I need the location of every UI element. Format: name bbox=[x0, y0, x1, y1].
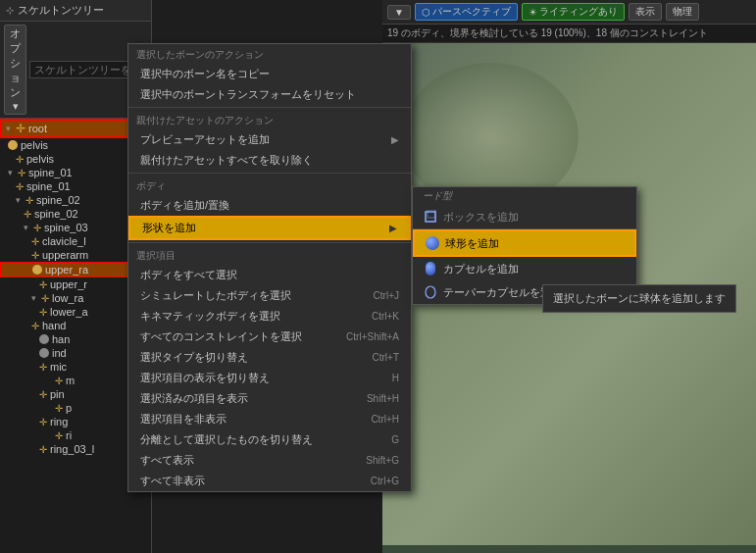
shortcut-ctrl-t: Ctrl+T bbox=[373, 352, 400, 363]
display-btn[interactable]: 表示 bbox=[629, 3, 662, 21]
tree-arrow: ▾ bbox=[6, 124, 14, 133]
physics-label: 物理 bbox=[673, 5, 692, 19]
shortcut-ctrl-k: Ctrl+K bbox=[372, 311, 399, 322]
bone-icon-lower-a: ✛ bbox=[39, 307, 47, 318]
lighting-icon: ☀ bbox=[529, 7, 537, 18]
menu-item-add-replace-label: ボディを追加/置換 bbox=[140, 198, 229, 213]
menu-item-show-selected[interactable]: 選択済みの項目を表示 Shift+H bbox=[128, 388, 411, 409]
tooltip-text: 選択したボーンに球体を追加します bbox=[553, 292, 726, 304]
tooltip-box: 選択したボーンに球体を追加します bbox=[542, 284, 736, 313]
svg-point-2 bbox=[426, 286, 435, 298]
viewport-dropdown-btn[interactable]: ▼ bbox=[387, 5, 411, 20]
viewport-toolbar: ▼ ⬡ パースペクティブ ☀ ライティングあり 表示 物理 bbox=[382, 0, 756, 25]
submenu-item-capsule[interactable]: カプセルを追加 bbox=[413, 257, 636, 280]
menu-item-select-kinematic[interactable]: キネマティックボディを選択 Ctrl+K bbox=[128, 306, 411, 327]
panel-title-text: スケルトンツリー bbox=[18, 3, 104, 18]
menu-item-select-all-constraints[interactable]: すべてのコンストレイントを選択 Ctrl+Shift+A bbox=[128, 327, 411, 347]
tree-label-low-ra: low_ra bbox=[52, 292, 83, 304]
menu-item-toggle-select-type[interactable]: 選択タイプを切り替え Ctrl+T bbox=[128, 347, 411, 368]
circle-icon-upper-ra bbox=[32, 265, 42, 275]
shortcut-ctrl-j: Ctrl+J bbox=[374, 290, 399, 301]
bone-icon-clavicle: ✛ bbox=[31, 236, 39, 247]
tree-label-han: han bbox=[52, 333, 70, 345]
circle-icon-han bbox=[39, 334, 49, 344]
tree-label-spine01b: spine_01 bbox=[26, 180, 71, 192]
bone-icon-upperarm: ✛ bbox=[31, 250, 39, 261]
menu-item-remove-all-label: 親付けたアセットすべてを取り除く bbox=[140, 153, 313, 168]
menu-item-add-replace-body[interactable]: ボディを追加/置換 bbox=[128, 195, 411, 216]
lighting-label: ライティングあり bbox=[539, 5, 618, 19]
bone-icon-upper-rb: ✛ bbox=[39, 279, 47, 290]
context-menu: 選択したボーンのアクション 選択中のボーン名をコピー 選択中のボーントランスフォ… bbox=[127, 43, 412, 492]
tree-arrow-low-ra: ▾ bbox=[31, 293, 39, 303]
tree-label-spine01: spine_01 bbox=[28, 167, 73, 178]
submenu-item-box-add[interactable]: ボックスを追加 bbox=[413, 205, 636, 229]
lighting-btn[interactable]: ☀ ライティングあり bbox=[522, 3, 625, 21]
menu-section-asset-action: 親付けたアセットのアクション bbox=[128, 110, 411, 129]
menu-item-select-simulated[interactable]: シミュレートしたボディを選択 Ctrl+J bbox=[128, 285, 411, 306]
bone-icon-pelvis2: ✛ bbox=[16, 154, 24, 165]
menu-item-hide-selected-label: 選択項目を非表示 bbox=[140, 412, 227, 427]
menu-item-remove-all-assets[interactable]: 親付けたアセットすべてを取り除く bbox=[128, 150, 411, 171]
menu-item-add-preview-asset[interactable]: プレビューアセットを追加 ▶ bbox=[128, 129, 411, 150]
perspective-btn[interactable]: ⬡ パースペクティブ bbox=[415, 3, 518, 21]
menu-item-select-all-bodies-label: ボディをすべて選択 bbox=[140, 268, 237, 282]
bone-icon-low-ra: ✛ bbox=[41, 293, 49, 304]
bone-icon-pin: ✛ bbox=[39, 389, 47, 400]
options-button[interactable]: オプション▾ bbox=[4, 25, 26, 115]
tree-label-lower-a: lower_a bbox=[50, 306, 88, 318]
tree-label-upper-rb: upper_r bbox=[50, 278, 87, 290]
tree-label-ring03l: ring_03_l bbox=[50, 443, 94, 455]
bone-icon-p: ✛ bbox=[55, 403, 63, 414]
bone-icon-spine03: ✛ bbox=[33, 223, 41, 233]
bone-icon-spine02: ✛ bbox=[25, 195, 33, 206]
menu-section-select: 選択項目 bbox=[128, 245, 411, 265]
tree-label-pelvis2: pelvis bbox=[26, 153, 54, 165]
perspective-icon: ⬡ bbox=[422, 7, 430, 18]
menu-item-select-all-constraints-label: すべてのコンストレイントを選択 bbox=[140, 329, 302, 344]
menu-item-toggle-select-type-label: 選択タイプを切り替え bbox=[140, 350, 248, 365]
bone-icon-ring03l: ✛ bbox=[39, 444, 47, 455]
shortcut-ctrl-shift-a: Ctrl+Shift+A bbox=[346, 331, 399, 342]
tree-label-p: p bbox=[66, 402, 72, 414]
menu-item-toggle-isolation[interactable]: 分離として選択したものを切り替え G bbox=[128, 429, 411, 450]
menu-item-hide-all[interactable]: すべて非表示 Ctrl+G bbox=[128, 471, 411, 491]
perspective-label: パースペクティブ bbox=[432, 5, 511, 19]
tree-label-upperarm: upperarm bbox=[42, 249, 88, 261]
viewport-status-text: 19 のボディ、境界を検討している 19 (100%)、18 個のコンストレイン… bbox=[387, 27, 708, 38]
physics-btn[interactable]: 物理 bbox=[666, 3, 699, 21]
menu-item-copy-bone-name[interactable]: 選択中のボーン名をコピー bbox=[128, 64, 411, 84]
menu-item-add-preview-label: プレビューアセットを追加 bbox=[140, 132, 270, 147]
submenu-item-sphere[interactable]: 球形を追加 bbox=[413, 229, 636, 257]
tree-arrow-spine01: ▾ bbox=[8, 168, 16, 177]
menu-item-add-shape[interactable]: 形状を追加 ▶ bbox=[128, 216, 411, 240]
viewport-status: 19 のボディ、境界を検討している 19 (100%)、18 個のコンストレイン… bbox=[382, 25, 756, 43]
menu-item-hide-selected[interactable]: 選択項目を非表示 Ctrl+H bbox=[128, 409, 411, 429]
bone-icon-m: ✛ bbox=[55, 376, 63, 386]
shortcut-ctrl-g: Ctrl+G bbox=[371, 476, 399, 486]
tree-label-upper-ra: upper_ra bbox=[45, 264, 88, 276]
menu-item-select-all-bodies[interactable]: ボディをすべて選択 bbox=[128, 265, 411, 285]
menu-item-toggle-visibility-label: 選択項目の表示を切り替え bbox=[140, 371, 270, 385]
sphere-icon bbox=[425, 235, 440, 251]
menu-item-reset-transform-label: 選択中のボーントランスフォームをリセット bbox=[140, 87, 356, 102]
shortcut-ctrl-h: Ctrl+H bbox=[371, 414, 399, 425]
submenu-item-capsule-label: カプセルを追加 bbox=[443, 262, 519, 276]
options-label: オプション▾ bbox=[10, 26, 21, 113]
tree-arrow-spine03: ▾ bbox=[24, 223, 31, 232]
bone-icon-spine02b: ✛ bbox=[24, 209, 31, 220]
display-label: 表示 bbox=[635, 5, 655, 19]
tapered-capsule-icon bbox=[423, 284, 438, 300]
bone-icon-mic: ✛ bbox=[39, 362, 47, 373]
menu-item-toggle-visibility[interactable]: 選択項目の表示を切り替え H bbox=[128, 368, 411, 388]
menu-item-reset-transform[interactable]: 選択中のボーントランスフォームをリセット bbox=[128, 84, 411, 105]
shortcut-g: G bbox=[391, 434, 399, 445]
tree-label-hand: hand bbox=[42, 320, 66, 331]
svg-rect-1 bbox=[428, 210, 435, 218]
separator-3 bbox=[128, 242, 411, 243]
submenu-arrow-shape: ▶ bbox=[389, 223, 397, 233]
menu-item-select-kinematic-label: キネマティックボディを選択 bbox=[140, 309, 280, 324]
menu-item-show-all[interactable]: すべて表示 Shift+G bbox=[128, 450, 411, 471]
panel-title: ⊹ スケルトンツリー bbox=[0, 0, 151, 22]
submenu-item-box[interactable]: ード型 bbox=[413, 187, 636, 205]
